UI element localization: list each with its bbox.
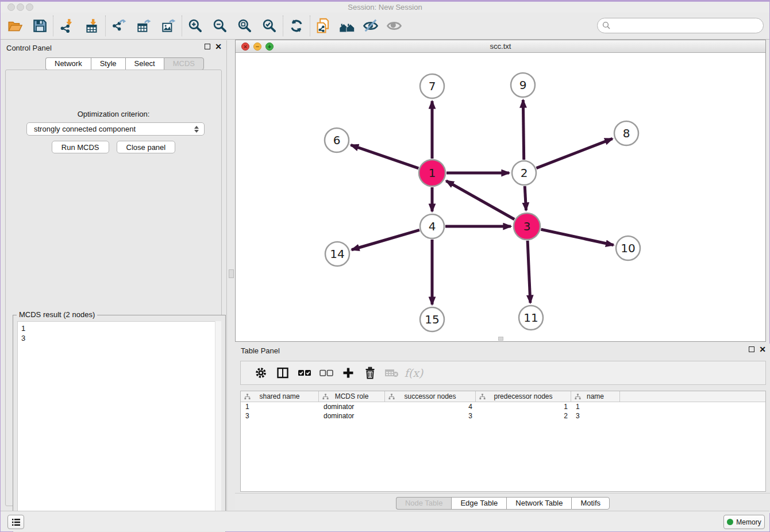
- column-header-MCDS-role[interactable]: MCDS role: [319, 391, 385, 402]
- node-label: 8: [623, 126, 630, 140]
- node-4[interactable]: 4: [420, 214, 444, 238]
- tab-network-table[interactable]: Network Table: [506, 497, 571, 510]
- column-header-label: MCDS role: [335, 392, 369, 400]
- table-tabs: Node TableEdge TableNetwork TableMotifs: [235, 493, 770, 513]
- select-all-icon[interactable]: [294, 364, 315, 381]
- import-table-icon[interactable]: [82, 16, 102, 36]
- network-resize-handle[interactable]: [498, 337, 503, 341]
- table-row[interactable]: 3dominator323: [241, 411, 765, 421]
- delete-columns-icon[interactable]: [359, 364, 381, 381]
- table-cell[interactable]: 1: [476, 402, 571, 411]
- node-2[interactable]: 2: [512, 161, 536, 185]
- column-header-shared-name[interactable]: shared name: [241, 391, 319, 402]
- tab-edge-table[interactable]: Edge Table: [451, 497, 506, 510]
- task-history-button[interactable]: [7, 515, 24, 529]
- table-cell[interactable]: dominator: [319, 402, 385, 411]
- show-graphics-icon[interactable]: [384, 16, 404, 36]
- search-input[interactable]: [597, 18, 764, 33]
- tab-motifs[interactable]: Motifs: [571, 497, 610, 510]
- table-cell[interactable]: 4: [385, 402, 476, 411]
- deselect-all-icon[interactable]: [315, 364, 337, 381]
- edge-1-6[interactable]: [351, 145, 419, 168]
- tab-mcds[interactable]: MCDS: [164, 57, 204, 70]
- network-window-titlebar[interactable]: × − + scc.txt: [236, 40, 765, 53]
- window-title: Session: New Session: [1, 3, 769, 11]
- table-cell[interactable]: 2: [476, 411, 571, 421]
- node-11[interactable]: 11: [519, 306, 543, 330]
- export-network-icon[interactable]: [109, 16, 129, 36]
- hide-graphics-icon[interactable]: [361, 16, 380, 36]
- node-8[interactable]: 8: [614, 121, 638, 145]
- clone-network-icon[interactable]: [314, 16, 333, 36]
- node-7[interactable]: 7: [420, 74, 444, 98]
- edge-4-14[interactable]: [352, 230, 419, 249]
- mcds-result-title: MCDS result (2 nodes): [17, 310, 97, 319]
- tab-select[interactable]: Select: [125, 57, 164, 70]
- save-session-icon[interactable]: [30, 16, 49, 36]
- column-header-name[interactable]: name: [571, 391, 620, 402]
- tab-node-table[interactable]: Node Table: [396, 497, 452, 510]
- open-session-icon[interactable]: [5, 16, 25, 36]
- column-header-label: shared name: [259, 392, 299, 400]
- node-label: 2: [521, 166, 528, 180]
- edge-2-9[interactable]: [523, 100, 523, 160]
- export-table-icon[interactable]: [134, 16, 153, 36]
- node-table: shared nameMCDS rolesuccessor nodesprede…: [240, 391, 766, 492]
- first-neighbors-icon[interactable]: [337, 16, 357, 36]
- run-mcds-button[interactable]: Run MCDS: [52, 141, 109, 153]
- table-cell[interactable]: 3: [241, 411, 319, 421]
- float-table-panel-icon[interactable]: [749, 346, 754, 352]
- network-canvas[interactable]: 7968124314101511: [236, 53, 765, 341]
- column-header-predecessor-nodes[interactable]: predecessor nodes: [476, 391, 571, 402]
- node-9[interactable]: 9: [511, 73, 535, 97]
- column-header-label: successor nodes: [404, 392, 456, 400]
- node-1[interactable]: 1: [419, 160, 445, 186]
- table-settings-icon[interactable]: [250, 364, 272, 381]
- zoom-out-icon[interactable]: [210, 16, 230, 36]
- zoom-in-icon[interactable]: [186, 16, 205, 36]
- column-type-icon: [388, 394, 395, 402]
- export-image-icon[interactable]: [159, 16, 178, 36]
- table-cell[interactable]: 3: [385, 411, 476, 421]
- node-14[interactable]: 14: [325, 242, 349, 266]
- edge-2-8[interactable]: [536, 138, 612, 168]
- node-3[interactable]: 3: [514, 213, 540, 240]
- panel-mode-icon[interactable]: [272, 364, 294, 381]
- network-window-title: scc.txt: [236, 42, 765, 51]
- zoom-fit-icon[interactable]: [235, 16, 255, 36]
- edge-2-3[interactable]: [525, 186, 526, 210]
- node-6[interactable]: 6: [325, 128, 349, 152]
- function-builder-icon[interactable]: f(x): [403, 364, 425, 381]
- table-cell[interactable]: dominator: [319, 411, 385, 421]
- edge-3-10[interactable]: [541, 229, 613, 245]
- add-column-icon[interactable]: [337, 364, 359, 381]
- splitter-handle[interactable]: [229, 269, 234, 278]
- mcds-result-text[interactable]: 1 3: [17, 321, 221, 530]
- column-header-successor-nodes[interactable]: successor nodes: [385, 391, 476, 402]
- close-panel-icon[interactable]: ✕: [215, 44, 222, 49]
- edge-3-11[interactable]: [528, 241, 530, 303]
- node-15[interactable]: 15: [420, 307, 444, 331]
- table-row[interactable]: 1dominator411: [241, 402, 765, 411]
- zoom-selected-icon[interactable]: [260, 16, 279, 36]
- node-10[interactable]: 10: [616, 236, 640, 260]
- close-panel-button[interactable]: Close panel: [117, 141, 176, 153]
- memory-button[interactable]: Memory: [723, 515, 765, 529]
- mcds-tab-content: Optimization criterion: strongly connect…: [5, 70, 222, 506]
- import-network-icon[interactable]: [57, 16, 76, 36]
- table-cell[interactable]: 3: [571, 411, 620, 421]
- column-header-label: name: [587, 392, 604, 400]
- close-table-panel-icon[interactable]: ✕: [759, 346, 766, 352]
- float-panel-icon[interactable]: [205, 44, 210, 49]
- tab-network[interactable]: Network: [45, 57, 91, 70]
- delete-table-icon[interactable]: [381, 364, 403, 381]
- table-cell[interactable]: 1: [571, 402, 620, 411]
- refresh-layout-icon[interactable]: [287, 16, 306, 36]
- tab-style[interactable]: Style: [91, 57, 125, 70]
- edge-3-1[interactable]: [446, 181, 514, 219]
- result-scrollbar[interactable]: [215, 321, 221, 530]
- table-cell[interactable]: 1: [241, 402, 319, 411]
- status-bar: Memory: [1, 511, 769, 531]
- mcds-result-groupbox: MCDS result (2 nodes) 1 3: [13, 315, 226, 532]
- criterion-dropdown[interactable]: strongly connected component: [26, 122, 205, 136]
